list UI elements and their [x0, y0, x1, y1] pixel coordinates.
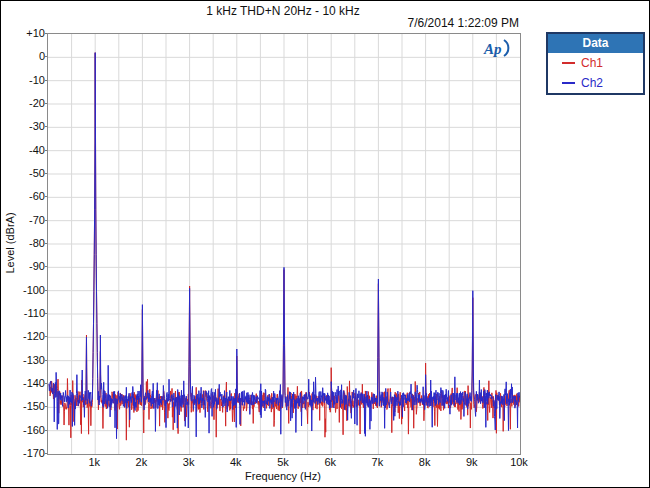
legend-header: Data	[548, 34, 643, 53]
legend-label-ch2: Ch2	[581, 73, 603, 93]
ch1-line-swatch-icon	[562, 62, 575, 64]
y-tick-label: -10	[1, 74, 45, 86]
y-tick-label: -150	[1, 400, 45, 412]
y-axis-title: Level (dBrA)	[4, 188, 16, 298]
y-tick-label: -50	[1, 167, 45, 179]
x-tick-label: 5k	[263, 456, 303, 468]
x-tick-label: 9k	[452, 456, 492, 468]
legend-panel: Data Ch1 Ch2	[546, 32, 645, 95]
y-tick-label: -120	[1, 330, 45, 342]
legend-item-ch2[interactable]: Ch2	[548, 73, 643, 93]
x-tick-label: 1k	[74, 456, 114, 468]
y-tick-label: -30	[1, 120, 45, 132]
x-tick-label: 8k	[405, 456, 445, 468]
y-tick-label: -110	[1, 307, 45, 319]
y-tick-label: -130	[1, 354, 45, 366]
x-tick-label: 3k	[169, 456, 209, 468]
legend-label-ch1: Ch1	[581, 53, 603, 73]
x-tick-label: 7k	[357, 456, 397, 468]
y-tick-label: +10	[1, 27, 45, 39]
plot-area	[47, 33, 521, 455]
ap-logo-icon: Ap	[480, 37, 514, 59]
chart-canvas	[48, 34, 520, 454]
legend-item-ch1[interactable]: Ch1	[548, 53, 643, 73]
x-tick-label: 6k	[310, 456, 350, 468]
y-tick-label: -40	[1, 144, 45, 156]
y-tick-label: 0	[1, 50, 45, 62]
svg-text:Ap: Ap	[483, 41, 502, 57]
y-tick-label: -20	[1, 97, 45, 109]
ap-analyzer-graph-panel: 1 kHz THD+N 20Hz - 10 kHz 7/6/2014 1:22:…	[0, 0, 650, 488]
x-axis-title: Frequency (Hz)	[47, 470, 519, 482]
x-tick-label: 4k	[216, 456, 256, 468]
y-tick-label: -160	[1, 424, 45, 436]
x-tick-label: 10k	[499, 456, 539, 468]
timestamp: 7/6/2014 1:22:09 PM	[47, 16, 519, 30]
y-tick-label: -140	[1, 377, 45, 389]
ch2-line-swatch-icon	[562, 82, 575, 84]
x-tick-label: 2k	[121, 456, 161, 468]
